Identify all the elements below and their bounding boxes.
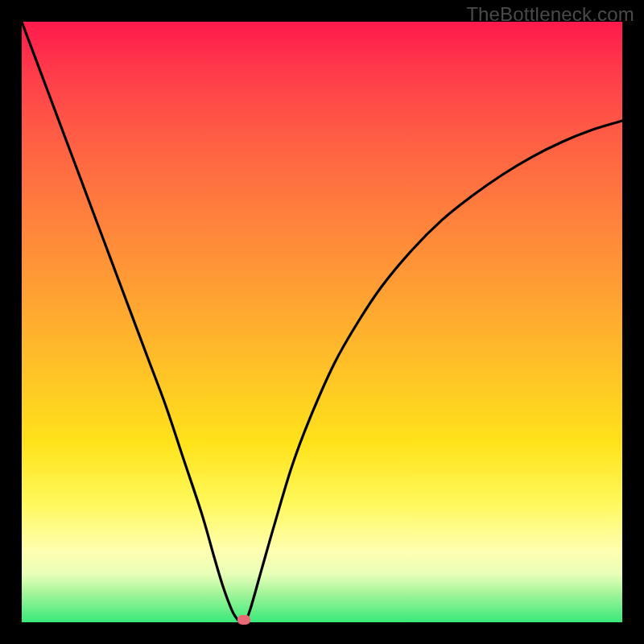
plot-area — [22, 22, 622, 622]
chart-frame: TheBottleneck.com — [0, 0, 644, 644]
bottleneck-curve — [22, 22, 622, 622]
watermark-text: TheBottleneck.com — [466, 3, 634, 26]
optimal-point-marker — [237, 615, 250, 625]
